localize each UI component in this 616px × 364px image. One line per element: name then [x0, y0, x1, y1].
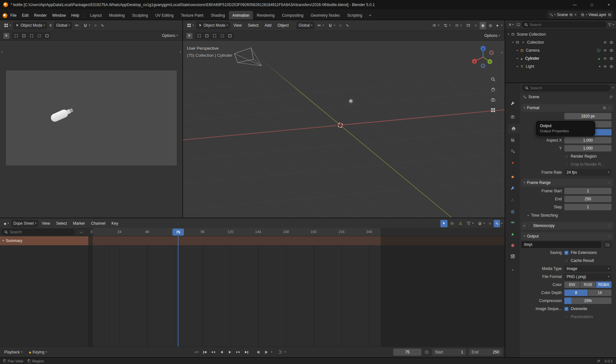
toggle-xray-button[interactable]	[464, 22, 472, 29]
hide-eye-icon[interactable]	[603, 56, 607, 60]
properties-tab-physics[interactable]: ◎	[507, 206, 518, 216]
workspace-tab-animation[interactable]: Animation	[229, 11, 253, 20]
menu-window[interactable]: Window	[49, 11, 68, 20]
browse-folder-button[interactable]	[604, 241, 612, 248]
next-frame-button[interactable]	[263, 349, 270, 356]
proportional-falloff-button[interactable]: ∿	[344, 22, 351, 29]
frame-step-field[interactable]: 1	[564, 204, 612, 210]
menu-object[interactable]: Object	[275, 22, 291, 29]
sidebar-collapse-arrow[interactable]: ‹	[180, 49, 181, 54]
snap-pivot-button[interactable]: ▾	[315, 22, 325, 29]
snap-mode-dropdown[interactable]: ▾	[501, 222, 502, 225]
snap-toggle-button[interactable]: ▾	[82, 22, 92, 29]
menu-marker[interactable]: Marker	[70, 220, 87, 227]
jump-to-start-button[interactable]	[201, 349, 209, 356]
unlink-scene-icon[interactable]: ×	[574, 13, 577, 17]
snap-target-button[interactable]	[73, 22, 81, 29]
camera-viewport-options[interactable]: Options ▾	[161, 32, 179, 39]
stereoscopy-checkbox[interactable]	[527, 224, 531, 228]
add-workspace-button[interactable]: +	[366, 11, 374, 20]
depth-16-button[interactable]: 16	[588, 290, 612, 296]
end-frame-field[interactable]: End 250	[469, 349, 502, 356]
collection-checkbox[interactable]: ✓	[521, 40, 525, 44]
output-panel-header[interactable]: ▾ Output ∷	[521, 232, 613, 240]
depth-8-button[interactable]: 8	[564, 290, 588, 296]
transform-orientation-dropdown[interactable]: Global ▾	[54, 22, 72, 29]
scene-object[interactable]	[349, 99, 353, 103]
channel-region[interactable]	[0, 245, 88, 347]
shading-rendered-button[interactable]: ●	[495, 22, 500, 29]
editor-type-button[interactable]: ◆ ▾	[2, 220, 11, 227]
aspect-x-field[interactable]: 1.000	[564, 137, 612, 143]
loop-dropdown[interactable]: ▾	[284, 351, 286, 353]
shading-material-button[interactable]: ◎	[487, 22, 493, 29]
dope-sheet-mode-dropdown[interactable]: Dope Sheet ▾	[12, 220, 38, 227]
workspace-tab-layout[interactable]: Layout	[87, 11, 105, 20]
summary-channel[interactable]: ▾ Summary	[0, 236, 88, 245]
menu-add[interactable]: Add	[262, 22, 274, 29]
select-box-tool-button[interactable]	[195, 32, 203, 39]
frame-step-dropdown[interactable]: ▾	[271, 351, 272, 353]
close-button[interactable]: ×	[602, 0, 616, 9]
render-visibility-icon[interactable]	[610, 65, 613, 68]
play-button[interactable]	[226, 349, 234, 356]
select-box-tool-button[interactable]	[13, 32, 20, 39]
snap-button[interactable]: ▾	[476, 220, 486, 227]
loop-playback-button[interactable]	[276, 349, 284, 356]
scene-selector[interactable]: ▾ Scene ×	[547, 11, 578, 19]
file-format-dropdown[interactable]: PNG (.png) ▾	[564, 273, 612, 280]
menu-render[interactable]: Render	[31, 11, 49, 20]
render-visibility-icon[interactable]	[610, 40, 613, 44]
output-path-field[interactable]: /tmp\	[521, 241, 601, 248]
properties-tab-constraints[interactable]	[507, 218, 518, 227]
channel-search-input[interactable]	[10, 230, 72, 234]
tab-strip-overflow[interactable]: ▾	[507, 265, 518, 275]
previous-keyframe-button[interactable]	[209, 349, 217, 356]
viewlayer-selector[interactable]: ▾ ViewLayer	[579, 11, 613, 19]
shading-dropdown[interactable]: ▾	[501, 24, 502, 27]
playhead-line[interactable]	[178, 229, 178, 347]
select-box-mode-2[interactable]	[28, 32, 35, 39]
properties-search-field[interactable]	[522, 85, 610, 91]
outliner-row-light[interactable]: ▸ Light ●	[505, 63, 616, 70]
viewport-canvas[interactable]: User Perspective (75) Collection | Cylin…	[183, 41, 505, 218]
menu-key[interactable]: Key	[109, 220, 121, 227]
pan-hand-icon[interactable]	[490, 87, 496, 92]
summary-keyframe-band[interactable]	[88, 236, 505, 245]
stereoscopy-panel-header[interactable]: ▸ Stereoscopy ∷	[521, 222, 613, 230]
properties-tab-object-data[interactable]: ▲	[507, 229, 518, 238]
select-box-mode-1[interactable]	[20, 32, 27, 39]
display-mode-icon[interactable]	[516, 23, 520, 27]
shading-wireframe-button[interactable]: ○	[473, 22, 479, 29]
format-panel-header[interactable]: ▾ Format ∷	[521, 104, 613, 112]
frame-range-panel-header[interactable]: ▾ Frame Range ∷	[521, 179, 613, 186]
menu-edit[interactable]: Edit	[19, 11, 31, 20]
playhead-frame-badge[interactable]: 75	[172, 229, 184, 236]
select-box-mode-2[interactable]	[211, 32, 218, 39]
snap-toggle-button[interactable]: ▾	[326, 22, 337, 29]
filter-button[interactable]: ▾	[465, 220, 475, 227]
shading-solid-button[interactable]: ◉	[480, 22, 486, 29]
active-camera-icon[interactable]	[597, 48, 601, 52]
filter-funnel-icon[interactable]	[608, 23, 612, 27]
editor-type-button[interactable]: ≡ ▾	[507, 21, 515, 28]
properties-tab-modifiers[interactable]	[507, 183, 518, 193]
play-reverse-button[interactable]	[218, 349, 225, 356]
workspace-tab-scripting[interactable]: Scripting	[344, 11, 366, 20]
properties-tab-view-layer[interactable]	[507, 135, 518, 145]
start-frame-field[interactable]: Start 1	[432, 349, 466, 356]
menu-select[interactable]: Select	[245, 22, 261, 29]
menu-help[interactable]: Help	[69, 11, 82, 20]
viewport-overflow-menu[interactable]: ≡	[48, 22, 53, 29]
object-visibility-button[interactable]: ▾	[430, 22, 441, 29]
workspace-tab-sculpting[interactable]: Sculpting	[129, 11, 152, 20]
placeholders-checkbox[interactable]	[564, 315, 568, 319]
properties-tab-material[interactable]: ◉	[507, 240, 518, 250]
select-box-mode-3[interactable]	[219, 32, 226, 39]
workspace-tab-geometry-nodes[interactable]: Geometry Nodes	[307, 11, 343, 20]
channel-search-field[interactable]	[1, 229, 74, 235]
show-hidden-toggle[interactable]	[448, 220, 456, 227]
overwrite-checkbox[interactable]: ✓	[564, 307, 568, 311]
timeline-ruler[interactable]: 0 24 48 96 120 144 168 192 216 240	[0, 228, 505, 236]
keying-popover[interactable]: ◆ Keying ▾	[27, 349, 48, 356]
